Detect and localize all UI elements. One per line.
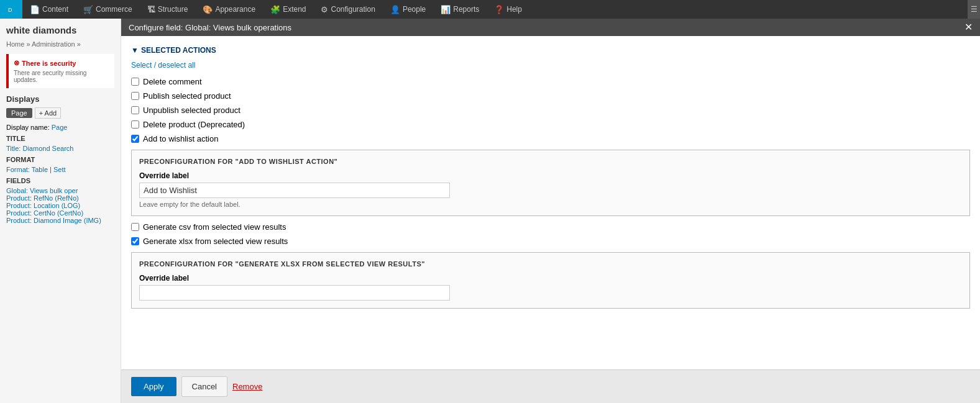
displays-row: Page + Add: [6, 107, 114, 119]
nav-end-toggle[interactable]: ☰: [968, 0, 980, 19]
top-navigation: D 📄 Content 🛒 Commerce 🏗 Structure 🎨 App…: [0, 0, 980, 19]
format-value[interactable]: Format: Table | Sett: [6, 166, 114, 173]
modal-close-button[interactable]: ✕: [964, 22, 973, 32]
checkbox-delete-comment: Delete comment: [131, 77, 970, 86]
wishlist-label: Add to wishlist action: [143, 134, 218, 143]
preconfig-wishlist-box: PRECONFIGURATION FOR "ADD TO WISHLIST AC…: [131, 150, 970, 216]
field-item-4[interactable]: Product: Diamond Image (IMG): [6, 217, 114, 224]
modal-dialog: Configure field: Global: Views bulk oper…: [121, 19, 980, 403]
xlsx-checkbox[interactable]: [131, 237, 139, 245]
nav-help-label: Help: [506, 5, 522, 14]
nav-configuration-label: Configuration: [331, 5, 375, 14]
modal-title: Configure field: Global: Views bulk oper…: [129, 23, 291, 32]
remove-button[interactable]: Remove: [232, 382, 262, 391]
add-display-button[interactable]: + Add: [35, 107, 61, 119]
selected-actions-title: ▼ SELECTED ACTIONS: [131, 46, 970, 55]
people-icon: 👤: [390, 5, 400, 14]
display-name-row: Display name: Page: [6, 124, 114, 131]
wishlist-checkbox[interactable]: [131, 135, 139, 143]
nav-reports[interactable]: 📊 Reports: [433, 0, 487, 19]
display-name-label: Display name:: [6, 124, 50, 131]
override-label-1: Override label: [139, 171, 962, 180]
checkbox-wishlist: Add to wishlist action: [131, 134, 970, 143]
nav-content-label: Content: [42, 5, 68, 14]
modal-header: Configure field: Global: Views bulk oper…: [121, 19, 980, 36]
delete-product-label: Delete product (Deprecated): [143, 120, 245, 129]
preconfig-xlsx-box: PRECONFIGURATION FOR "GENERATE XLSX FROM…: [131, 252, 970, 309]
checkbox-csv: Generate csv from selected view results: [131, 222, 970, 232]
appearance-icon: 🎨: [203, 5, 213, 14]
breadcrumb: Home » Administration »: [6, 40, 114, 48]
title-section-label: TITLE: [6, 135, 114, 142]
xlsx-override-input[interactable]: [139, 285, 450, 301]
cancel-button[interactable]: Cancel: [181, 376, 227, 397]
error-icon: ⊗: [14, 59, 19, 67]
nav-commerce-label: Commerce: [96, 5, 132, 14]
nav-help[interactable]: ❓ Help: [487, 0, 529, 19]
xlsx-label: Generate xlsx from selected view results: [143, 237, 288, 246]
unpublish-product-checkbox[interactable]: [131, 106, 139, 114]
security-alert-body: There are security missing updates.: [14, 70, 109, 83]
nav-extend[interactable]: 🧩 Extend: [263, 0, 313, 19]
nav-configuration[interactable]: ⚙ Configuration: [313, 0, 382, 19]
help-icon: ❓: [494, 5, 504, 14]
field-item-3[interactable]: Product: CertNo (CertNo): [6, 209, 114, 217]
nav-people-label: People: [403, 5, 426, 14]
extend-icon: 🧩: [270, 5, 280, 14]
apply-button[interactable]: Apply: [131, 377, 176, 396]
commerce-icon: 🛒: [83, 5, 93, 14]
content-icon: 📄: [30, 5, 40, 14]
fields-section-label: FIELDS: [6, 177, 114, 184]
nav-appearance[interactable]: 🎨 Appearance: [195, 0, 263, 19]
unpublish-product-label: Unpublish selected product: [143, 106, 240, 115]
nav-structure[interactable]: 🏗 Structure: [140, 0, 196, 19]
field-item-0[interactable]: Global: Views bulk oper: [6, 187, 114, 194]
publish-product-label: Publish selected product: [143, 91, 231, 101]
site-name: white diamonds: [6, 25, 114, 35]
csv-label: Generate csv from selected view results: [143, 222, 286, 232]
displays-title: Displays: [6, 94, 114, 104]
page-background: white diamonds Home » Administration » ⊗…: [0, 19, 980, 403]
checkbox-xlsx: Generate xlsx from selected view results: [131, 237, 970, 246]
wishlist-override-input[interactable]: [139, 183, 450, 198]
delete-comment-label: Delete comment: [143, 77, 202, 86]
delete-comment-checkbox[interactable]: [131, 78, 139, 86]
nav-people[interactable]: 👤 People: [383, 0, 433, 19]
publish-product-checkbox[interactable]: [131, 92, 139, 100]
nav-appearance-label: Appearance: [215, 5, 255, 14]
override-label-2: Override label: [139, 274, 962, 283]
select-deselect-link[interactable]: Select / deselect all: [131, 61, 970, 70]
modal-body: ▼ SELECTED ACTIONS Select / deselect all…: [121, 36, 980, 369]
checkbox-delete-product: Delete product (Deprecated): [131, 120, 970, 129]
sidebar: white diamonds Home » Administration » ⊗…: [0, 19, 121, 403]
nav-extend-label: Extend: [283, 5, 306, 14]
field-item-1[interactable]: Product: RefNo (RefNo): [6, 194, 114, 202]
override-hint-1: Leave empty for the default label.: [139, 201, 962, 208]
csv-checkbox[interactable]: [131, 223, 139, 231]
display-name-value: Page: [52, 124, 68, 131]
nav-reports-label: Reports: [453, 5, 479, 14]
reports-icon: 📊: [441, 5, 451, 14]
nav-content[interactable]: 📄 Content: [22, 0, 76, 19]
delete-product-checkbox[interactable]: [131, 120, 139, 129]
page-tab[interactable]: Page: [6, 108, 32, 118]
security-alert-title: ⊗ There is security: [14, 59, 109, 67]
checkbox-publish-product: Publish selected product: [131, 91, 970, 101]
checkbox-unpublish-product: Unpublish selected product: [131, 106, 970, 115]
site-logo[interactable]: D: [0, 0, 22, 19]
structure-icon: 🏗: [147, 5, 155, 14]
modal-footer: Apply Cancel Remove: [121, 369, 980, 403]
preconfig-xlsx-title: PRECONFIGURATION FOR "GENERATE XLSX FROM…: [139, 260, 962, 268]
format-section-label: FORMAT: [6, 156, 114, 163]
nav-commerce[interactable]: 🛒 Commerce: [76, 0, 140, 19]
modal-overlay: Configure field: Global: Views bulk oper…: [121, 19, 980, 403]
triangle-icon: ▼: [131, 46, 139, 55]
preconfig-wishlist-title: PRECONFIGURATION FOR "ADD TO WISHLIST AC…: [139, 158, 962, 165]
nav-structure-label: Structure: [158, 5, 188, 14]
title-value[interactable]: Title: Diamond Search: [6, 145, 114, 152]
svg-text:D: D: [8, 7, 12, 13]
field-item-2[interactable]: Product: Location (LOG): [6, 202, 114, 209]
configuration-icon: ⚙: [321, 5, 328, 14]
security-alert: ⊗ There is security There are security m…: [6, 54, 114, 88]
